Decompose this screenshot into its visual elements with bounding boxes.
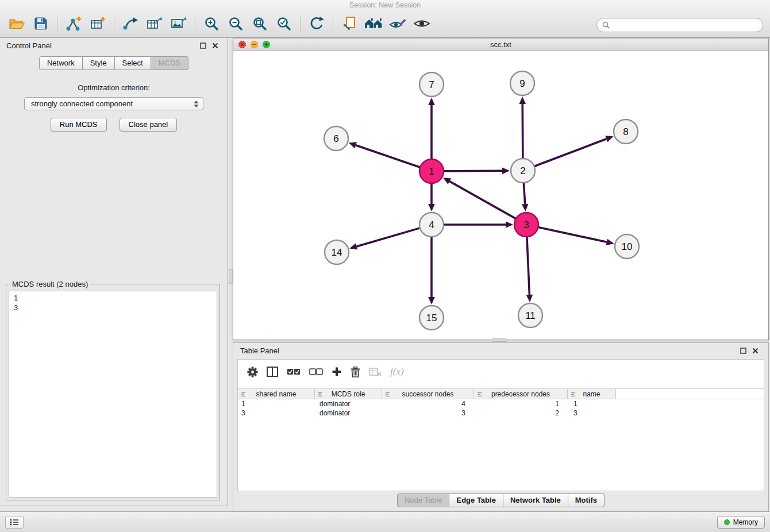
column-header-successor-nodes[interactable]: successor nodes bbox=[382, 389, 474, 399]
memory-status-dot-icon bbox=[724, 519, 730, 525]
export-image-icon bbox=[171, 17, 187, 30]
first-neighbors-button[interactable] bbox=[361, 13, 386, 34]
minimize-glyph-icon bbox=[252, 43, 256, 47]
graph-edge-4-14[interactable] bbox=[357, 228, 420, 246]
zoom-fit-button[interactable] bbox=[248, 13, 272, 34]
column-sort-icon bbox=[384, 391, 391, 398]
deselect-all-columns-button[interactable] bbox=[309, 368, 323, 376]
tab-node-table[interactable]: Node Table bbox=[397, 494, 450, 507]
mcds-result-item: 1 bbox=[14, 293, 212, 303]
import-table-button[interactable] bbox=[86, 13, 110, 34]
first-neighbors-icon bbox=[364, 17, 383, 30]
zoom-out-button[interactable] bbox=[224, 13, 248, 34]
export-table-icon bbox=[147, 17, 163, 30]
close-window-button[interactable] bbox=[238, 41, 246, 48]
delete-table-button[interactable] bbox=[369, 367, 382, 376]
graph-node-label-8: 8 bbox=[623, 126, 628, 137]
graph-edge-arrowhead bbox=[605, 136, 613, 142]
graph-edge-2-8[interactable] bbox=[534, 139, 607, 167]
export-image-button[interactable] bbox=[167, 13, 191, 34]
delete-table-icon bbox=[369, 367, 382, 376]
close-panel-action-button[interactable]: Close panel bbox=[120, 118, 178, 132]
graph-edge-3-11[interactable] bbox=[527, 237, 529, 295]
graph-edge-1-6[interactable] bbox=[356, 145, 420, 167]
export-table-button[interactable] bbox=[143, 13, 167, 34]
style-eye-icon bbox=[389, 17, 406, 30]
copy-document-button[interactable] bbox=[337, 13, 361, 34]
minimize-window-button[interactable] bbox=[251, 41, 258, 48]
tab-select[interactable]: Select bbox=[115, 56, 151, 70]
graph-edge-2-3[interactable] bbox=[523, 183, 525, 204]
vertical-splitter-handle[interactable] bbox=[229, 269, 233, 284]
table-panel: Table Panel bbox=[233, 342, 769, 511]
select-all-icon bbox=[287, 368, 301, 376]
tab-mcds[interactable]: MCDS bbox=[151, 56, 188, 70]
window-chrome: Session: New Session bbox=[0, 0, 770, 38]
criterion-select[interactable]: strongly connected component bbox=[24, 97, 203, 110]
show-panels-menu-button[interactable] bbox=[5, 516, 24, 529]
select-all-columns-button[interactable] bbox=[287, 368, 301, 376]
graph-edge-2-9[interactable] bbox=[522, 104, 523, 159]
show-hide-button[interactable] bbox=[410, 13, 434, 34]
cell-name: 1 bbox=[568, 400, 616, 408]
refresh-layout-button[interactable] bbox=[305, 13, 329, 34]
column-header-shared-name[interactable]: shared name bbox=[238, 389, 315, 399]
open-folder-icon bbox=[9, 17, 25, 30]
cell-predecessor-nodes: 1 bbox=[474, 400, 568, 408]
zoom-out-icon bbox=[228, 16, 243, 31]
search-box[interactable] bbox=[596, 18, 763, 32]
close-panel-button[interactable] bbox=[209, 41, 221, 50]
tab-network-table[interactable]: Network Table bbox=[503, 494, 568, 507]
close-icon bbox=[212, 43, 218, 49]
graph-edge-1-2[interactable] bbox=[444, 171, 502, 171]
memory-button[interactable]: Memory bbox=[717, 516, 765, 529]
horizontal-splitter-handle[interactable] bbox=[492, 338, 507, 342]
graph-edge-arrowhead bbox=[522, 204, 529, 211]
table-settings-button[interactable] bbox=[247, 367, 258, 377]
table-row[interactable]: 3 dominator 3 2 3 bbox=[238, 408, 764, 418]
tab-network[interactable]: Network bbox=[39, 56, 83, 70]
add-column-button[interactable] bbox=[332, 367, 342, 377]
zoom-in-button[interactable] bbox=[199, 13, 224, 34]
deselect-all-icon bbox=[309, 368, 323, 376]
network-view-window: scc.txt 1234678910111415 bbox=[233, 38, 769, 340]
control-panel-header: Control Panel bbox=[0, 38, 228, 53]
network-graph[interactable]: 1234678910111415 bbox=[233, 51, 768, 340]
run-mcds-button[interactable]: Run MCDS bbox=[51, 118, 107, 132]
graph-node-label-4: 4 bbox=[429, 219, 434, 230]
maximize-window-button[interactable] bbox=[263, 41, 270, 48]
search-input[interactable] bbox=[613, 21, 757, 29]
save-session-button[interactable] bbox=[29, 13, 53, 34]
graph-edge-3-1[interactable] bbox=[449, 182, 515, 219]
toolbar-separator bbox=[333, 15, 333, 32]
float-table-panel-button[interactable] bbox=[737, 346, 749, 355]
tab-style[interactable]: Style bbox=[83, 56, 115, 70]
trash-icon bbox=[351, 367, 360, 377]
column-header-name[interactable]: name bbox=[568, 389, 616, 399]
function-builder-button[interactable]: f(x) bbox=[390, 366, 404, 377]
graph-node-label-15: 15 bbox=[426, 313, 437, 323]
network-window-titlebar[interactable]: scc.txt bbox=[233, 38, 768, 51]
split-columns-button[interactable] bbox=[267, 367, 278, 377]
mcds-result-list[interactable]: 1 3 bbox=[9, 291, 217, 498]
delete-column-button[interactable] bbox=[351, 367, 360, 377]
import-network-button[interactable] bbox=[61, 13, 86, 34]
column-header-predecessor-nodes[interactable]: predecessor nodes bbox=[474, 389, 568, 399]
graph-edge-arrowhead bbox=[502, 167, 510, 174]
close-table-panel-button[interactable] bbox=[749, 346, 761, 355]
network-canvas[interactable]: 1234678910111415 bbox=[233, 51, 768, 340]
export-network-button[interactable] bbox=[118, 13, 143, 34]
tab-motifs[interactable]: Motifs bbox=[568, 494, 605, 507]
graph-edge-arrowhead bbox=[428, 98, 435, 105]
column-sort-icon bbox=[317, 391, 324, 398]
float-panel-button[interactable] bbox=[197, 41, 209, 50]
graph-edge-arrowhead bbox=[428, 297, 435, 304]
graph-edge-3-10[interactable] bbox=[538, 227, 607, 242]
table-row[interactable]: 1 dominator 4 1 1 bbox=[238, 399, 764, 408]
style-eye-button[interactable] bbox=[386, 13, 410, 34]
zoom-selected-button[interactable] bbox=[272, 13, 296, 34]
tab-edge-table[interactable]: Edge Table bbox=[449, 494, 503, 507]
open-session-button[interactable] bbox=[5, 13, 29, 34]
column-header-mcds-role[interactable]: MCDS role bbox=[315, 389, 382, 399]
plus-icon bbox=[332, 367, 342, 377]
